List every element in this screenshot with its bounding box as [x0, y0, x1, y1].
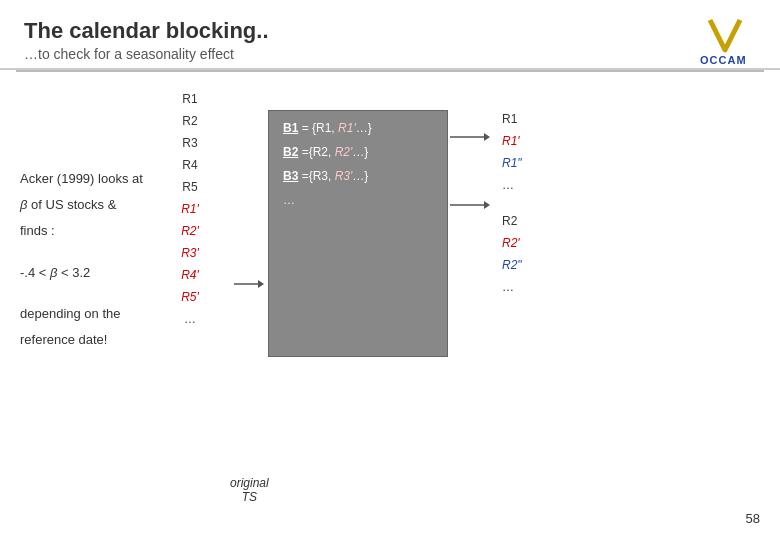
svg-marker-4 [484, 133, 490, 141]
center-row-item: R3' [160, 244, 220, 262]
center-row-item: R4 [160, 156, 220, 174]
arrow-to-block [230, 210, 268, 357]
block-row-item: B3 ={R3, R3'…} [283, 169, 433, 183]
right-row-item: R2 [498, 212, 526, 230]
right-row-item: R2' [498, 234, 526, 252]
right-row-item: … [498, 278, 526, 296]
page-subtitle: …to check for a seasonality effect [24, 46, 756, 62]
right-row-item: … [498, 176, 526, 194]
center-row-item: R1' [160, 200, 220, 218]
center-row-item: R2 [160, 112, 220, 130]
reference-text: reference date! [20, 331, 160, 349]
main-content: Acker (1999) looks at β of US stocks & f… [0, 72, 780, 367]
center-row-item: R3 [160, 134, 220, 152]
center-row-item: R5' [160, 288, 220, 306]
acker-text: Acker (1999) looks at [20, 170, 160, 188]
arrow-r1 [450, 130, 490, 144]
page-number: 58 [746, 511, 760, 526]
blocking-groups: B1 = {R1, R1'…}B2 ={R2, R2'…}B3 ={R3, R3… [268, 110, 448, 357]
occam-logo: OCCAM [690, 12, 760, 67]
right-row-item: R2" [498, 256, 526, 274]
block-row-item: … [283, 193, 433, 207]
svg-marker-6 [484, 201, 490, 209]
finds-text: finds : [20, 222, 160, 240]
center-row-item: R5 [160, 178, 220, 196]
range-text: -.4 < β < 3.2 [20, 264, 160, 282]
svg-text:OCCAM: OCCAM [700, 54, 747, 66]
center-row-list: R1R2R3R4R5R1'R2'R3'R4'R5'… [160, 90, 230, 357]
header: The calendar blocking.. …to check for a … [0, 0, 780, 70]
depending-text: depending on the [20, 305, 160, 323]
arrows-to-right [448, 130, 492, 357]
page-title: The calendar blocking.. [24, 18, 756, 44]
center-row-item: R1 [160, 90, 220, 108]
right-row-item: R1' [498, 132, 526, 150]
beta-stocks-text: β of US stocks & [20, 196, 160, 214]
original-ts-label: originalTS [230, 476, 269, 504]
block-row-item: B1 = {R1, R1'…} [283, 121, 433, 135]
arrow-r2 [450, 198, 490, 212]
center-row-item: … [160, 310, 220, 328]
right-row-item: R1 [498, 110, 526, 128]
center-row-item: R2' [160, 222, 220, 240]
block-row-item: B2 ={R2, R2'…} [283, 145, 433, 159]
right-group-separator [498, 198, 526, 208]
left-description: Acker (1999) looks at β of US stocks & f… [20, 90, 160, 357]
right-row-list: R1R1'R1"…R2R2'R2"… [492, 110, 526, 357]
center-row-item: R4' [160, 266, 220, 284]
svg-marker-2 [258, 280, 264, 288]
right-row-item: R1" [498, 154, 526, 172]
